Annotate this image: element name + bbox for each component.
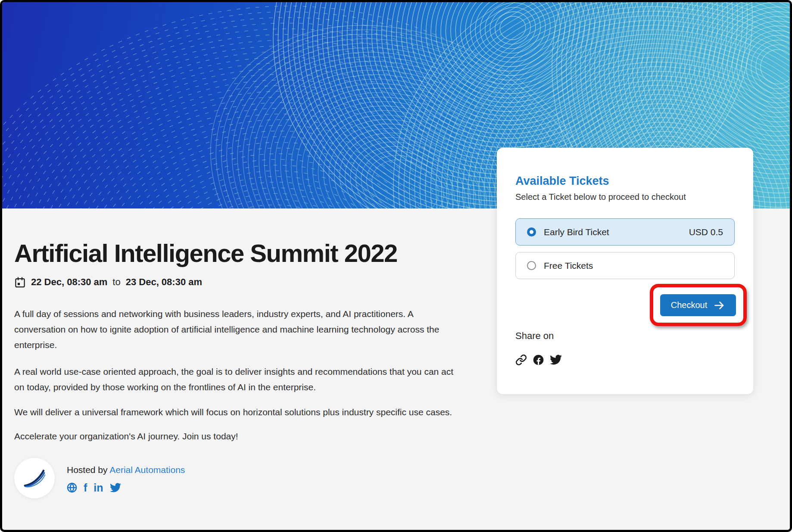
page: Artificial Intelligence Summit 2022 22 D… (0, 0, 792, 532)
date-separator: to (112, 277, 120, 288)
event-end-date: 23 Dec, 08:30 am (126, 277, 202, 288)
ticket-name: Early Bird Ticket (544, 227, 609, 237)
event-details: Artificial Intelligence Summit 2022 22 D… (14, 208, 477, 498)
event-date-range: 22 Dec, 08:30 am to 23 Dec, 08:30 am (14, 277, 477, 288)
calendar-icon (14, 277, 26, 288)
arrow-right-icon (714, 300, 725, 311)
facebook-icon[interactable]: f (84, 483, 87, 492)
event-description-paragraph: A full day of sessions and networking wi… (14, 306, 466, 353)
checkout-button[interactable]: Checkout (660, 294, 736, 316)
event-description-paragraph: Accelerate your organization's AI journe… (14, 429, 466, 444)
share-icons-row (515, 354, 735, 366)
host-section: Hosted by Aerial Automations f in (14, 458, 477, 498)
host-social-links: f in (67, 482, 185, 493)
host-info: Hosted by Aerial Automations f in (67, 458, 185, 493)
link-icon[interactable] (515, 354, 527, 366)
swoosh-logo-icon (21, 465, 48, 492)
hosted-by-label: Hosted by (67, 465, 108, 475)
facebook-icon[interactable] (533, 354, 544, 366)
checkout-row: Checkout (515, 284, 735, 326)
radio-unselected-icon[interactable] (527, 261, 536, 270)
host-logo-avatar (14, 458, 55, 498)
checkout-button-label: Checkout (671, 300, 708, 310)
ticket-option-free[interactable]: Free Tickets (515, 252, 735, 279)
event-start-date: 22 Dec, 08:30 am (31, 277, 107, 288)
twitter-icon[interactable] (110, 482, 121, 493)
event-title: Artificial Intelligence Summit 2022 (14, 240, 477, 267)
ticket-option-early-bird[interactable]: Early Bird Ticket USD 0.5 (515, 218, 735, 246)
twitter-icon[interactable] (550, 354, 562, 366)
ticket-name: Free Tickets (544, 261, 593, 271)
radio-selected-icon[interactable] (527, 227, 536, 236)
host-name-link[interactable]: Aerial Automations (109, 465, 185, 475)
tickets-panel-title: Available Tickets (515, 174, 735, 188)
event-description-paragraph: We will deliver a universal framework wh… (14, 404, 466, 420)
tickets-panel: Available Tickets Select a Ticket below … (497, 148, 753, 394)
event-description-paragraph: A real world use-case oriented approach,… (14, 364, 466, 395)
ticket-price: USD 0.5 (689, 227, 723, 237)
linkedin-icon[interactable]: in (94, 483, 103, 492)
share-on-label: Share on (515, 330, 735, 342)
tickets-panel-subtitle: Select a Ticket below to proceed to chec… (515, 192, 735, 202)
globe-icon[interactable] (67, 482, 77, 493)
